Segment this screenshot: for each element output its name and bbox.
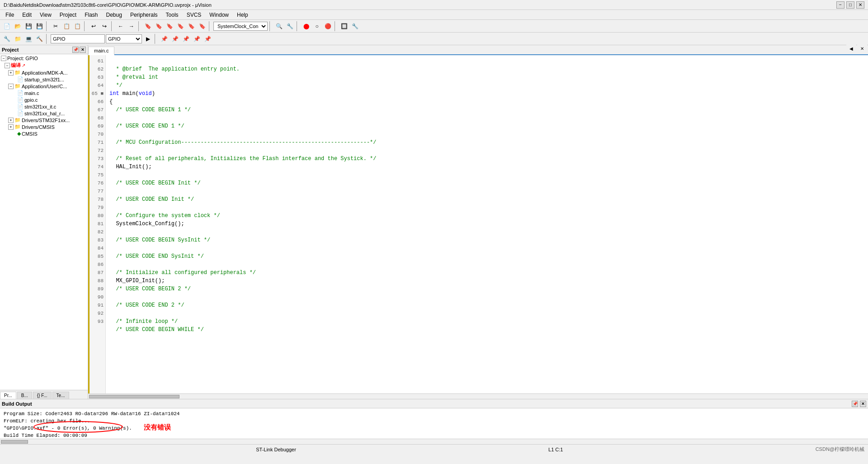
build-scrollbar-h[interactable] bbox=[0, 439, 868, 444]
debug-button[interactable]: 🔴 bbox=[323, 21, 333, 31]
project-name-input[interactable] bbox=[51, 34, 105, 43]
build-panel-close[interactable]: ✕ bbox=[860, 401, 866, 407]
panel-pin-button[interactable]: 📌 bbox=[72, 47, 79, 53]
menu-svcs[interactable]: SVCS bbox=[183, 11, 205, 19]
line-num-69: 69 bbox=[90, 122, 104, 130]
menu-debug[interactable]: Debug bbox=[103, 11, 126, 19]
compile-label: 编译 bbox=[11, 62, 21, 69]
open-button[interactable]: 📂 bbox=[13, 21, 23, 31]
project-btn2[interactable]: 📁 bbox=[13, 34, 23, 44]
bookmark3-button[interactable]: 🔖 bbox=[165, 21, 175, 31]
tab-books[interactable]: B... bbox=[17, 392, 32, 399]
tool-btn2[interactable]: 📌 bbox=[170, 34, 180, 44]
tool-btn1[interactable]: 📌 bbox=[159, 34, 169, 44]
sep3 bbox=[111, 21, 114, 31]
bookmark5-button[interactable]: 🔖 bbox=[186, 21, 196, 31]
scrollbar-thumb[interactable] bbox=[89, 395, 179, 398]
menu-flash[interactable]: Flash bbox=[81, 11, 101, 19]
menu-window[interactable]: Window bbox=[206, 11, 232, 19]
tab-project[interactable]: Pr... bbox=[0, 392, 16, 399]
menu-project[interactable]: Project bbox=[56, 11, 80, 19]
menu-view[interactable]: View bbox=[36, 11, 55, 19]
expand-icon[interactable]: − bbox=[1, 56, 6, 61]
code-line-75: /* USER CODE BEGIN Init */ bbox=[109, 180, 201, 186]
project-btn4[interactable]: 🔨 bbox=[34, 34, 44, 44]
menu-peripherals[interactable]: Peripherals bbox=[127, 11, 161, 19]
expand-icon3[interactable]: + bbox=[8, 70, 14, 76]
file-icon4: 📄 bbox=[17, 104, 24, 109]
tool-btn5[interactable]: 📌 bbox=[203, 34, 212, 44]
tree-main-c[interactable]: 📄 main.c bbox=[1, 90, 87, 96]
search-button[interactable]: 🔍 bbox=[274, 21, 284, 31]
editor-scrollbar-h[interactable] bbox=[88, 393, 868, 399]
target-options-button[interactable]: 🔧 bbox=[285, 21, 295, 31]
cut-button[interactable]: ✂ bbox=[51, 21, 61, 31]
project-btn3[interactable]: 💻 bbox=[24, 34, 33, 44]
nav-forward-button[interactable]: → bbox=[127, 21, 137, 31]
tree-gpio-c-label: gpio.c bbox=[24, 97, 38, 103]
tree-app-user[interactable]: − 📁 Application/User/C... bbox=[1, 83, 87, 90]
tab-templates[interactable]: Te... bbox=[52, 392, 69, 399]
nav-back-button[interactable]: ← bbox=[116, 21, 126, 31]
menu-tools[interactable]: Tools bbox=[162, 11, 182, 19]
tree-app-mdk[interactable]: + 📁 Application/MDK-A... bbox=[1, 69, 87, 76]
tree-cmsis[interactable]: ◆ CMSIS bbox=[1, 130, 87, 137]
tree-gpio-c[interactable]: 📄 gpio.c bbox=[1, 96, 87, 103]
sep1 bbox=[46, 21, 49, 31]
proj-run-button[interactable]: ▶ bbox=[143, 34, 153, 44]
menu-edit[interactable]: Edit bbox=[19, 11, 35, 19]
target-select[interactable]: SystemClock_Config bbox=[213, 22, 268, 31]
tree-root[interactable]: − Project: GPIO bbox=[1, 55, 87, 62]
tool-btn3[interactable]: 📌 bbox=[181, 34, 191, 44]
diamond-icon: ◆ bbox=[17, 131, 21, 137]
menu-file[interactable]: File bbox=[2, 11, 18, 19]
menu-help[interactable]: Help bbox=[233, 11, 252, 19]
bookmark1-button[interactable]: 🔖 bbox=[143, 21, 153, 31]
minimize-button[interactable]: − bbox=[836, 1, 844, 9]
bookmark4-button[interactable]: 🔖 bbox=[175, 21, 185, 31]
expand-icon4[interactable]: − bbox=[8, 84, 14, 89]
code-content[interactable]: * @brief The application entry point. * … bbox=[106, 55, 868, 393]
redo-button[interactable]: ↪ bbox=[99, 21, 109, 31]
line-num-88: 88 bbox=[90, 277, 104, 285]
stop-button[interactable]: ○ bbox=[312, 21, 322, 31]
save-button[interactable]: 💾 bbox=[24, 21, 33, 31]
tool-btn4[interactable]: 📌 bbox=[192, 34, 202, 44]
undo-button[interactable]: ↩ bbox=[89, 21, 99, 31]
tree-stm32it[interactable]: 📄 stm32f1xx_it.c bbox=[1, 103, 87, 110]
code-line-84: /* USER CODE END SysInit */ bbox=[109, 253, 204, 260]
expand-icon6[interactable]: + bbox=[8, 124, 14, 130]
bookmark2-button[interactable]: 🔖 bbox=[154, 21, 164, 31]
settings-button[interactable]: 🔧 bbox=[350, 21, 360, 31]
run-button[interactable]: ⬤ bbox=[301, 21, 311, 31]
editor-tabs: main.c ◀ ✕ bbox=[88, 45, 868, 55]
tree-startup[interactable]: 📄 startup_stm32f1... bbox=[1, 76, 87, 83]
project-btn1[interactable]: 🔧 bbox=[2, 34, 12, 44]
editor-pin-button[interactable]: ◀ bbox=[846, 43, 856, 53]
code-line-73: HAL_Init(); bbox=[109, 164, 152, 170]
tree-compile[interactable]: − 编译 ↗ bbox=[1, 62, 87, 69]
panel-close-button[interactable]: ✕ bbox=[80, 47, 86, 53]
paste-button[interactable]: 📋 bbox=[72, 21, 82, 31]
build-output-content: Program Size: Code=2463 RO-data=296 RW-d… bbox=[0, 408, 868, 439]
save-all-button[interactable]: 💾 bbox=[34, 21, 44, 31]
editor-tab-main-c[interactable]: main.c bbox=[88, 47, 114, 55]
expand-icon5[interactable]: + bbox=[8, 118, 14, 123]
build-output-panel: Build Output 📌 ✕ Program Size: Code=2463… bbox=[0, 399, 868, 444]
tab-functions[interactable]: {} F... bbox=[33, 392, 52, 399]
editor-close-button[interactable]: ✕ bbox=[857, 43, 867, 53]
copy-button[interactable]: 📋 bbox=[61, 21, 71, 31]
tree-drivers-cmsis[interactable]: + 📁 Drivers/CMSIS bbox=[1, 123, 87, 130]
tree-stm32hal[interactable]: 📄 stm32f1xx_hal_r... bbox=[1, 110, 87, 117]
build-panel-pin[interactable]: 📌 bbox=[852, 401, 858, 407]
project-dropdown[interactable]: GPIO bbox=[106, 34, 142, 43]
new-file-button[interactable]: 📄 bbox=[2, 21, 12, 31]
close-button[interactable]: ✕ bbox=[856, 1, 864, 9]
build-scrollbar-thumb[interactable] bbox=[1, 440, 28, 444]
line-num-93: 93 bbox=[90, 317, 104, 326]
maximize-button[interactable]: □ bbox=[846, 1, 854, 9]
tree-drivers-stm[interactable]: + 📁 Drivers/STM32F1xx... bbox=[1, 117, 87, 123]
window-button[interactable]: 🔲 bbox=[339, 21, 349, 31]
bookmark6-button[interactable]: 🔖 bbox=[197, 21, 207, 31]
expand-icon2[interactable]: − bbox=[5, 63, 10, 68]
